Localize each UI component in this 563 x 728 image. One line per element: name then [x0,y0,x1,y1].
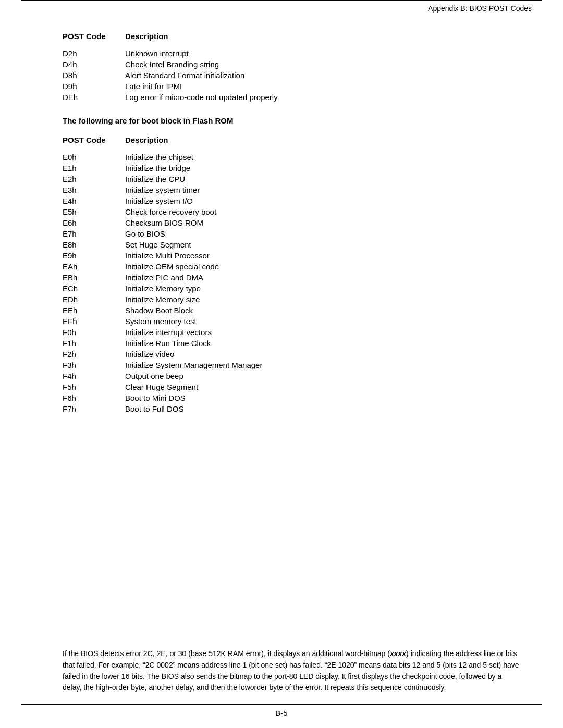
page-header: Appendix B: BIOS POST Codes [0,1,563,16]
row-desc: Initialize the CPU [125,175,185,183]
page-number-bar: B-5 [0,705,563,728]
row-code: F0h [63,328,125,337]
row-code: E6h [63,218,125,227]
table-row: F5hClear Huge Segment [63,382,521,391]
row-code: E1h [63,164,125,172]
row-code: D2h [63,49,125,58]
row-code: E2h [63,175,125,183]
row-code: F4h [63,372,125,380]
row-code: ECh [63,284,125,293]
table-row: D9hLate init for IPMI [63,82,521,91]
table-row: EFhSystem memory test [63,317,521,326]
table-row: E2hInitialize the CPU [63,175,521,183]
table-row: EChInitialize Memory type [63,284,521,293]
row-desc: Unknown interrupt [125,49,189,58]
row-desc: Initialize System Management Manager [125,361,262,369]
row-code: EEh [63,306,125,315]
table-row: EBhInitialize PIC and DMA [63,273,521,282]
row-desc: Initialize the chipset [125,153,193,162]
row-code: E7h [63,229,125,238]
row-code: F7h [63,404,125,413]
row-desc: Go to BIOS [125,229,165,238]
row-code: E0h [63,153,125,162]
row-code: EAh [63,262,125,271]
table-row: E7hGo to BIOS [63,229,521,238]
row-desc: Initialize Memory size [125,295,200,304]
table-row: E3hInitialize system timer [63,186,521,194]
row-desc: Set Huge Segment [125,240,191,249]
row-code: DEh [63,93,125,102]
table-row: E9hInitialize Multi Processor [63,251,521,260]
row-desc: Log error if micro-code not updated prop… [125,93,278,102]
table-row: F4hOutput one beep [63,372,521,380]
section1-col-code-label: POST Code [63,32,125,41]
row-desc: Initialize OEM special code [125,262,219,271]
table-row: D4hCheck Intel Branding string [63,60,521,69]
table-row: E6hChecksum BIOS ROM [63,218,521,227]
section1-col-desc-label: Description [125,32,168,41]
section1-header: POST Code Description [63,32,521,41]
table-row: E1hInitialize the bridge [63,164,521,172]
row-desc: Checksum BIOS ROM [125,218,203,227]
section2-header: POST Code Description [63,135,521,144]
row-code: E3h [63,186,125,194]
content-area: POST Code Description D2hUnknown interru… [0,16,563,644]
row-desc: Late init for IPMI [125,82,182,91]
row-desc: Initialize PIC and DMA [125,273,203,282]
footer-note: If the BIOS detects error 2C, 2E, or 30 … [63,648,521,694]
row-desc: Initialize Run Time Clock [125,339,211,348]
row-desc: System memory test [125,317,197,326]
table-row: EAhInitialize OEM special code [63,262,521,271]
table-row: E8hSet Huge Segment [63,240,521,249]
table-row: EDhInitialize Memory size [63,295,521,304]
header-title: Appendix B: BIOS POST Codes [428,4,532,13]
row-desc: Initialize system timer [125,186,200,194]
table-row: D8hAlert Standard Format initialization [63,71,521,80]
row-desc: Initialize video [125,350,174,359]
page-container: Appendix B: BIOS POST Codes POST Code De… [0,0,563,728]
table-row: F3hInitialize System Management Manager [63,361,521,369]
row-code: EDh [63,295,125,304]
row-code: EFh [63,317,125,326]
row-code: F3h [63,361,125,369]
table-row: E5hCheck force recovery boot [63,207,521,216]
table-row: F6hBoot to Mini DOS [63,393,521,402]
row-desc: Initialize the bridge [125,164,190,172]
row-code: E9h [63,251,125,260]
row-desc: Initialize Memory type [125,284,201,293]
row-code: E4h [63,196,125,205]
table-row: F2hInitialize video [63,350,521,359]
row-desc: Clear Huge Segment [125,382,198,391]
footer-area: If the BIOS detects error 2C, 2E, or 30 … [0,648,563,694]
row-desc: Alert Standard Format initialization [125,71,244,80]
row-code: F5h [63,382,125,391]
row-code: F2h [63,350,125,359]
table-row: F1hInitialize Run Time Clock [63,339,521,348]
table-row: F0hInitialize interrupt vectors [63,328,521,337]
section2-col-desc-label: Description [125,135,168,144]
row-code: F6h [63,393,125,402]
table-row: EEhShadow Boot Block [63,306,521,315]
row-code: E8h [63,240,125,249]
row-code: D4h [63,60,125,69]
footer-text1: If the BIOS detects error 2C, 2E, or 30 … [63,649,390,658]
row-desc: Initialize Multi Processor [125,251,210,260]
section2-rows: E0hInitialize the chipsetE1hInitialize t… [63,153,521,413]
table-row: E0hInitialize the chipset [63,153,521,162]
row-desc: Initialize interrupt vectors [125,328,212,337]
section2-col-code-label: POST Code [63,135,125,144]
table-row: D2hUnknown interrupt [63,49,521,58]
row-code: D8h [63,71,125,80]
section2-title: The following are for boot block in Flas… [63,116,521,125]
section1-rows: D2hUnknown interruptD4hCheck Intel Brand… [63,49,521,102]
table-row: F7hBoot to Full DOS [63,404,521,413]
row-code: F1h [63,339,125,348]
row-code: D9h [63,82,125,91]
table-row: E4hInitialize system I/O [63,196,521,205]
row-desc: Boot to Mini DOS [125,393,186,402]
page-number: B-5 [275,709,287,718]
row-desc: Shadow Boot Block [125,306,193,315]
row-code: EBh [63,273,125,282]
table-row: DEhLog error if micro-code not updated p… [63,93,521,102]
row-desc: Output one beep [125,372,183,380]
